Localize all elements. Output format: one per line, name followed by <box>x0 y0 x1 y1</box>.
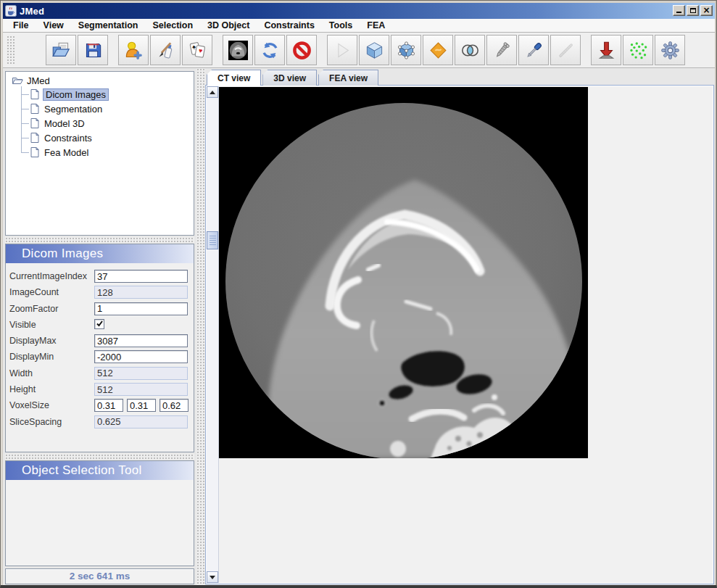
horizontal-split-divider[interactable] <box>5 237 194 243</box>
object-selection-tool-panel: Object Selection Tool <box>5 460 194 566</box>
display-max-field[interactable] <box>94 334 188 347</box>
toolbar: ♠ ♥ <box>3 33 715 68</box>
elapsed-time-text: 2 sec 641 ms <box>70 571 130 581</box>
scroll-up-button[interactable] <box>207 86 218 98</box>
ct-image-canvas[interactable] <box>219 87 588 458</box>
zoom-factor-field[interactable] <box>94 302 188 315</box>
window-title: JMed <box>20 6 44 17</box>
tree-item-segmentation[interactable]: Segmentation <box>29 102 102 115</box>
import-button[interactable] <box>591 35 621 65</box>
tree-item-label: Model 3D <box>44 118 85 129</box>
tree-item-label: Dicom Images <box>43 88 109 101</box>
property-label: Height <box>9 384 36 394</box>
property-row: DisplayMax <box>6 334 194 349</box>
project-tree-panel: JMed Dicom Images Segmentation <box>5 71 194 236</box>
diamond-icon <box>428 41 448 60</box>
tab-ct-view[interactable]: CT view <box>207 70 261 86</box>
menu-selection[interactable]: Selection <box>145 19 200 32</box>
voxel-size-x-field[interactable] <box>94 399 123 412</box>
pin-button <box>550 35 581 65</box>
tree-root-jmed[interactable]: JMed <box>12 74 50 87</box>
screw-button[interactable] <box>486 35 517 65</box>
java-cup-icon <box>5 5 17 17</box>
refresh-button[interactable] <box>254 35 285 65</box>
toolbar-drag-handle[interactable] <box>7 36 14 65</box>
cube-icon <box>365 41 384 60</box>
settings-gear-icon <box>660 41 680 60</box>
horizontal-split-divider[interactable] <box>5 454 194 460</box>
cards-icon: ♠ ♥ <box>188 41 207 60</box>
titlebar[interactable]: JMed × <box>3 3 715 19</box>
status-bar: 2 sec 641 ms <box>5 568 194 584</box>
add-image-button[interactable] <box>118 35 149 65</box>
add-image-icon <box>124 41 144 60</box>
file-icon <box>29 117 41 129</box>
voxel-size-z-field[interactable] <box>159 399 188 412</box>
cards-button[interactable]: ♠ ♥ <box>182 35 212 65</box>
current-image-index-field[interactable] <box>94 270 188 283</box>
menu-tools[interactable]: Tools <box>322 19 360 32</box>
arrow-down-icon <box>210 576 215 579</box>
stop-button[interactable] <box>286 35 317 65</box>
paint-tools-button[interactable] <box>150 35 181 65</box>
check-icon <box>96 320 104 328</box>
close-button[interactable]: × <box>700 5 713 16</box>
stop-icon <box>292 41 312 60</box>
menu-segmentation[interactable]: Segmentation <box>71 19 146 32</box>
tab-fea-view[interactable]: FEA view <box>318 70 378 86</box>
menu-3d-object[interactable]: 3D Object <box>200 19 257 32</box>
tree-item-model-3d[interactable]: Model 3D <box>29 117 85 130</box>
ct-viewport <box>205 85 714 584</box>
tree-item-fea-model[interactable]: Fea Model <box>29 146 88 159</box>
point-cloud-button[interactable] <box>623 35 653 65</box>
screwdriver-button[interactable] <box>518 35 549 65</box>
tree-item-label: Segmentation <box>44 104 102 115</box>
java-app-icon[interactable] <box>5 5 17 17</box>
voxel-size-y-field[interactable] <box>127 399 156 412</box>
open-file-button[interactable] <box>46 35 76 65</box>
tree-item-label: Constraints <box>44 133 92 144</box>
tree-item-dicom-images[interactable]: Dicom Images <box>29 88 109 101</box>
vertical-split-divider[interactable] <box>196 68 205 586</box>
settings-button[interactable] <box>655 35 685 65</box>
scrollbar-thumb[interactable] <box>207 231 218 249</box>
maximize-button[interactable] <box>687 5 699 16</box>
menu-file[interactable]: File <box>6 19 36 32</box>
property-row: ImageCount <box>6 285 194 301</box>
menu-view[interactable]: View <box>36 19 71 32</box>
diamond-button[interactable] <box>423 35 453 65</box>
save-button[interactable] <box>78 35 108 65</box>
cube-button[interactable] <box>359 35 389 65</box>
left-column: JMed Dicom Images Segmentation <box>4 68 196 586</box>
menu-constraints[interactable]: Constraints <box>257 19 321 32</box>
ct-slice-button[interactable] <box>223 35 253 65</box>
minimize-button[interactable] <box>673 5 685 16</box>
window-controls: × <box>673 5 713 16</box>
cube-vertices-button[interactable] <box>391 35 421 65</box>
tab-3d-view[interactable]: 3D view <box>262 70 317 86</box>
open-file-icon <box>51 41 71 60</box>
display-min-field[interactable] <box>94 350 188 363</box>
menu-fea[interactable]: FEA <box>360 19 392 32</box>
tree-item-constraints[interactable]: Constraints <box>29 131 92 144</box>
menubar: File View Segmentation Selection 3D Obje… <box>3 19 715 33</box>
slice-scrollbar[interactable] <box>207 86 219 583</box>
intersection-icon <box>460 41 480 60</box>
property-row: Width <box>6 366 194 382</box>
jmed-window: JMed × File View Segmentation Selection … <box>0 0 717 588</box>
property-row: Visible <box>6 318 194 334</box>
arrow-up-icon <box>210 91 215 94</box>
refresh-icon <box>260 41 280 60</box>
scroll-down-button[interactable] <box>207 571 218 583</box>
panel-title: Dicom Images <box>6 244 194 263</box>
play-button <box>327 35 357 65</box>
property-row: DisplayMin <box>6 349 194 365</box>
tab-label: 3D view <box>273 73 306 83</box>
file-icon <box>29 88 41 100</box>
panel-title: Object Selection Tool <box>6 461 194 480</box>
property-label: ImageCount <box>9 287 59 297</box>
property-row: CurrentImageIndex <box>6 269 194 285</box>
property-label: SliceSpacing <box>9 417 62 427</box>
intersection-button[interactable] <box>455 35 485 65</box>
visible-checkbox[interactable] <box>94 319 104 329</box>
